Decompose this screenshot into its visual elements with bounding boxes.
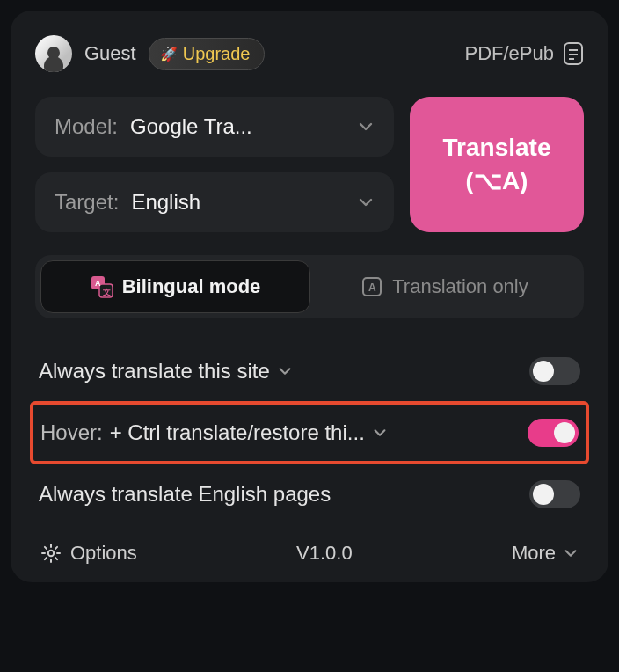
upgrade-label: Upgrade: [183, 44, 251, 64]
model-select[interactable]: Model: Google Tra...: [35, 97, 394, 157]
svg-text:文: 文: [102, 288, 111, 296]
user-label: Guest: [84, 42, 136, 65]
hover-row-highlight: Hover: + Ctrl translate/restore thi...: [30, 401, 589, 464]
translation-only-icon: A: [360, 275, 383, 298]
tab-translation-only[interactable]: A Translation only: [310, 260, 579, 313]
hover-label: + Ctrl translate/restore thi...: [110, 420, 365, 445]
mode-segmented: A 文 Bilingual mode A Translation only: [35, 255, 584, 318]
bilingual-label: Bilingual mode: [122, 275, 261, 298]
target-label: Target:: [55, 190, 119, 215]
tab-bilingual[interactable]: A 文 Bilingual mode: [40, 260, 310, 313]
always-site-row: Always translate this site: [35, 345, 584, 398]
format-label: PDF/ePub: [465, 42, 555, 65]
format-button[interactable]: PDF/ePub: [465, 41, 585, 66]
always-lang-label: Always translate English pages: [39, 482, 331, 507]
options-label: Options: [70, 542, 137, 565]
model-label: Model:: [55, 114, 118, 139]
options-button[interactable]: Options: [40, 542, 137, 565]
model-value: Google Tra...: [130, 114, 357, 139]
header-left: Guest 🚀 Upgrade: [35, 35, 265, 72]
footer: Options V1.0.0 More: [35, 538, 584, 565]
more-button[interactable]: More: [512, 542, 579, 565]
always-site-label: Always translate this site: [39, 359, 270, 383]
rocket-icon: 🚀: [160, 46, 178, 62]
target-value: English: [131, 190, 357, 215]
chevron-down-icon: [357, 118, 375, 135]
target-select[interactable]: Target: English: [35, 172, 394, 232]
upgrade-button[interactable]: 🚀 Upgrade: [149, 38, 266, 70]
translate-label-line1: Translate: [443, 131, 551, 164]
chevron-down-icon[interactable]: [277, 363, 293, 379]
hover-prefix: Hover:: [40, 420, 103, 445]
select-group: Model: Google Tra... Target: English: [35, 97, 394, 232]
chevron-down-icon[interactable]: [372, 425, 388, 441]
always-lang-row: Always translate English pages: [35, 468, 584, 521]
always-lang-toggle[interactable]: [529, 480, 580, 508]
main-controls: Model: Google Tra... Target: English Tra…: [35, 97, 584, 232]
svg-text:A: A: [368, 281, 376, 294]
svg-point-10: [48, 551, 54, 556]
hover-toggle[interactable]: [528, 419, 579, 447]
translate-button[interactable]: Translate (⌥A): [410, 97, 584, 232]
extension-panel: Guest 🚀 Upgrade PDF/ePub Model: Google T…: [11, 11, 608, 582]
avatar[interactable]: [35, 35, 72, 72]
translate-label-line2: (⌥A): [466, 164, 528, 198]
translation-only-label: Translation only: [392, 275, 528, 298]
bilingual-icon: A 文: [91, 275, 113, 298]
more-label: More: [512, 542, 556, 565]
always-site-toggle[interactable]: [529, 357, 580, 385]
hover-row: Hover: + Ctrl translate/restore thi...: [37, 410, 582, 456]
document-icon: [563, 41, 584, 66]
version-label: V1.0.0: [296, 542, 353, 565]
svg-text:A: A: [95, 279, 101, 288]
chevron-down-icon: [563, 545, 579, 561]
header: Guest 🚀 Upgrade PDF/ePub: [35, 35, 584, 72]
chevron-down-icon: [357, 194, 375, 211]
gear-icon: [40, 543, 62, 564]
